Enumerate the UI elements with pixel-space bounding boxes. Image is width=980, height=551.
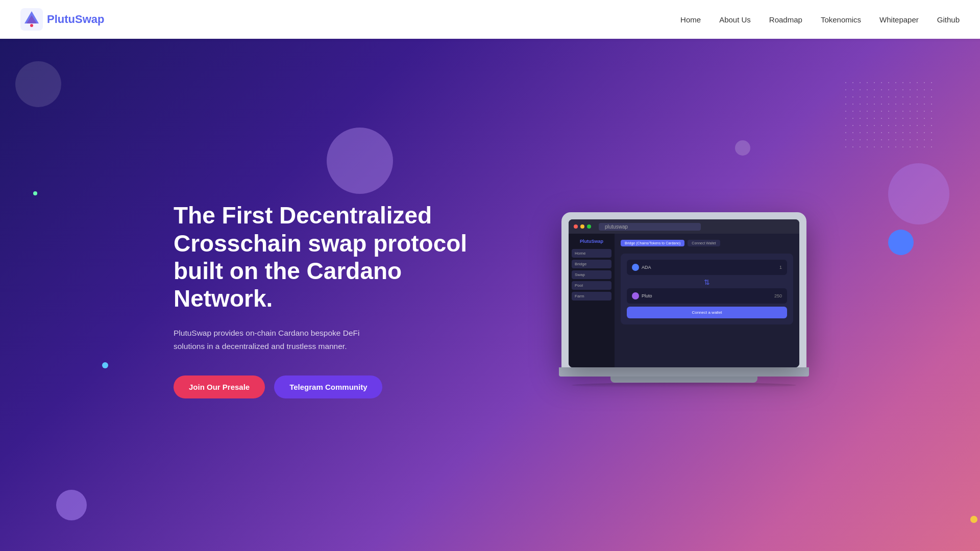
laptop-outer: plutuswap PlutuSwap Home Bridge Swap Poo… <box>561 212 806 367</box>
deco-circle-purple <box>56 490 87 520</box>
sidebar-item-swap: Swap <box>572 270 611 279</box>
navbar: PlutuSwap Home About Us Roadmap Tokenomi… <box>0 0 980 39</box>
deco-dot-green <box>33 191 37 195</box>
sidebar-item-home: Home <box>572 249 611 258</box>
screen-tabs: Bridge (Chains/Tokens to Cardano) Connec… <box>621 240 793 246</box>
hero-inner: The First Decentralized Crosschain swap … <box>133 171 847 418</box>
screen-content: PlutuSwap Home Bridge Swap Pool Farm Bri… <box>569 234 799 367</box>
join-presale-button[interactable]: Join Our Presale <box>174 375 265 398</box>
screen-topbar: plutuswap <box>569 219 799 234</box>
hero-laptop-image: plutuswap PlutuSwap Home Bridge Swap Poo… <box>561 212 806 388</box>
deco-dot-blue <box>102 362 108 368</box>
token-dot-pluto <box>632 292 639 299</box>
logo-icon <box>20 8 43 31</box>
sidebar-item-bridge: Bridge <box>572 260 611 268</box>
screen-sidebar: PlutuSwap Home Bridge Swap Pool Farm <box>569 234 615 367</box>
dot-red <box>574 224 578 229</box>
dot-yellow-btn <box>580 224 584 229</box>
screen-main: Bridge (Chains/Tokens to Cardano) Connec… <box>615 234 799 367</box>
sidebar-item-pool: Pool <box>572 281 611 290</box>
token-amount-from: 1 <box>779 265 782 270</box>
nav-about[interactable]: About Us <box>719 15 751 24</box>
token-dot-ada <box>632 264 639 271</box>
token-name-ada: ADA <box>642 265 651 270</box>
swap-row-from: ADA 1 <box>627 260 787 275</box>
token-name-pluto: Pluto <box>642 293 652 298</box>
dot-green-btn <box>587 224 591 229</box>
screen-tab-bridge: Bridge (Chains/Tokens to Cardano) <box>621 240 684 246</box>
screen-tab-wallet: Connect Wallet <box>688 240 720 246</box>
connect-wallet-btn[interactable]: Connect a wallet <box>627 307 787 318</box>
swap-row-to: Pluto 250 <box>627 288 787 304</box>
swap-token-from: ADA <box>632 264 651 271</box>
hero-text-block: The First Decentralized Crosschain swap … <box>174 202 470 398</box>
swap-box: ADA 1 ⇅ Pluto 25 <box>621 254 793 324</box>
nav-home[interactable]: Home <box>680 15 701 24</box>
logo[interactable]: PlutuSwap <box>20 8 104 31</box>
laptop-shadow <box>572 383 796 388</box>
token-amount-to: 250 <box>774 293 782 298</box>
telegram-community-button[interactable]: Telegram Community <box>274 375 382 398</box>
laptop-base <box>559 367 809 377</box>
hero-buttons: Join Our Presale Telegram Community <box>174 375 470 398</box>
swap-token-to: Pluto <box>632 292 652 299</box>
deco-circle-large-right <box>888 163 949 224</box>
nav-links: Home About Us Roadmap Tokenomics Whitepa… <box>680 15 960 24</box>
deco-circle-1 <box>15 61 61 107</box>
deco-dot-grid <box>842 79 934 151</box>
laptop-stand <box>610 377 757 383</box>
sidebar-item-farm: Farm <box>572 292 611 300</box>
deco-dot-yellow <box>970 516 977 523</box>
swap-arrows: ⇅ <box>627 278 787 286</box>
logo-text: PlutuSwap <box>47 13 104 26</box>
nav-roadmap[interactable]: Roadmap <box>769 15 802 24</box>
nav-whitepaper[interactable]: Whitepaper <box>879 15 919 24</box>
nav-tokenomics[interactable]: Tokenomics <box>821 15 861 24</box>
screen-sidebar-logo: PlutuSwap <box>572 239 611 244</box>
svg-point-3 <box>30 24 33 27</box>
nav-github[interactable]: Github <box>937 15 960 24</box>
hero-subtext: PlutuSwap provides on-chain Cardano besp… <box>174 327 388 353</box>
hero-section: The First Decentralized Crosschain swap … <box>0 0 980 551</box>
hero-heading: The First Decentralized Crosschain swap … <box>174 202 470 312</box>
laptop-screen: plutuswap PlutuSwap Home Bridge Swap Poo… <box>569 219 799 367</box>
deco-circle-blue-right <box>888 230 914 255</box>
deco-circle-right <box>735 140 750 156</box>
screen-url-bar: plutuswap <box>599 223 701 231</box>
